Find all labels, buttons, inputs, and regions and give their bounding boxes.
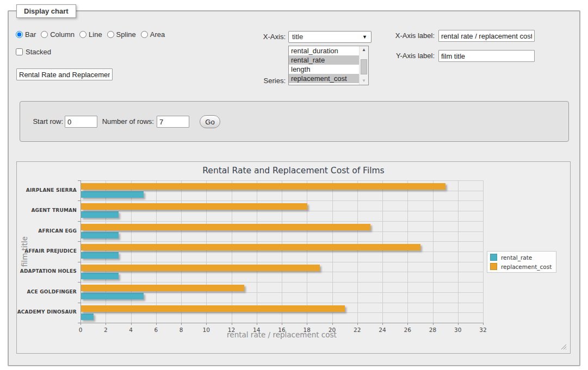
gridline-v <box>282 180 282 323</box>
gridline-v <box>483 180 484 323</box>
scrollbar-up-icon[interactable]: ▲ <box>360 46 368 54</box>
chart-type-radio-area[interactable] <box>141 31 148 38</box>
stacked-checkbox[interactable] <box>16 48 23 55</box>
scrollbar-down-icon[interactable]: ▼ <box>360 77 368 85</box>
chart-type-option-line[interactable]: Line <box>79 30 102 39</box>
x-axis-line <box>81 323 483 323</box>
bar-replacement_cost <box>81 224 370 230</box>
bar-rental_rate <box>81 211 119 218</box>
gridline-v <box>332 180 333 323</box>
gridline-v <box>106 180 106 323</box>
y-axis-label-input[interactable] <box>438 50 535 62</box>
bar-replacement_cost <box>81 305 345 312</box>
series-listbox[interactable]: ▲ ▼ rental_durationrental_ratelengthrepl… <box>288 46 369 85</box>
fieldset-legend: Display chart <box>16 4 76 18</box>
gridline-v <box>131 180 132 323</box>
series-option-rental_duration[interactable]: rental_duration <box>289 46 359 55</box>
y-axis-tick <box>78 221 81 222</box>
chart-type-option-label: Area <box>150 30 165 39</box>
gridline-v <box>382 180 383 323</box>
chart-type-option-bar[interactable]: Bar <box>16 30 36 39</box>
series-option-length[interactable]: length <box>289 65 359 74</box>
gridline-v <box>232 180 232 323</box>
y-axis-tick <box>78 262 81 262</box>
gridline-v <box>307 180 307 323</box>
gridline-v <box>407 180 408 323</box>
bar-rental_rate <box>81 232 119 239</box>
series-option-rental_rate[interactable]: rental_rate <box>289 55 359 65</box>
gridline-v <box>357 180 358 323</box>
bar-replacement_cost <box>81 285 244 291</box>
gridline-v <box>206 180 207 323</box>
chart-type-option-area[interactable]: Area <box>141 30 165 39</box>
start-row-label: Start row: <box>30 116 63 128</box>
x-axis-label-input[interactable] <box>438 30 535 42</box>
chart-title: Rental Rate and Replacement Cost of Film… <box>17 166 570 175</box>
chart-type-option-label: Column <box>50 30 75 39</box>
y-axis-tick <box>78 180 81 181</box>
scrollbar-thumb[interactable] <box>361 59 367 74</box>
y-axis-tick <box>78 323 81 323</box>
gridline-v <box>156 180 157 323</box>
y-axis-title: film title <box>20 180 29 323</box>
y-axis-tick <box>78 200 81 201</box>
x-axis-tick <box>483 323 484 325</box>
chart-type-option-label: Bar <box>25 30 36 39</box>
chart-container: Rental Rate and Replacement Cost of Film… <box>16 161 571 354</box>
select-arrow-icon: ▼ <box>362 32 367 43</box>
legend-swatch <box>490 263 497 270</box>
bar-rental_rate <box>81 293 144 299</box>
series-option-replacement_cost[interactable]: replacement_cost <box>289 74 359 83</box>
go-button[interactable]: Go <box>200 115 220 128</box>
chart-type-radio-bar[interactable] <box>16 31 23 38</box>
x-axis-select-label: X-Axis: <box>247 31 286 43</box>
chart-legend: rental_ratereplacement_cost <box>487 251 556 273</box>
y-axis-line <box>81 180 81 323</box>
chart-type-radio-spline[interactable] <box>107 31 114 38</box>
bar-replacement_cost <box>81 244 420 250</box>
stacked-option[interactable]: Stacked <box>16 48 51 56</box>
chart-type-radios: BarColumnLineSplineArea <box>16 30 170 39</box>
bar-replacement_cost <box>81 203 307 210</box>
gridline-v <box>257 180 257 323</box>
chart-title-input[interactable] <box>16 68 113 80</box>
bar-rental_rate <box>81 313 94 320</box>
legend-swatch <box>490 254 497 261</box>
chart-type-option-column[interactable]: Column <box>41 30 75 39</box>
x-axis-select-value: title <box>292 33 303 41</box>
bar-rental_rate <box>81 273 119 279</box>
series-scrollbar[interactable]: ▲ ▼ <box>359 46 368 85</box>
gridline-v <box>458 180 459 323</box>
gridline-v <box>181 180 182 323</box>
x-axis-select[interactable]: title ▼ <box>288 31 372 43</box>
y-axis-tick <box>78 303 81 303</box>
legend-item-replacement_cost: replacement_cost <box>490 263 552 270</box>
chart-type-radio-column[interactable] <box>41 31 48 38</box>
legend-label: rental_rate <box>501 254 532 261</box>
start-row-input[interactable] <box>65 116 97 128</box>
chart-type-option-label: Line <box>89 30 102 39</box>
chart-type-radio-line[interactable] <box>79 31 86 38</box>
gridline-v <box>433 180 434 323</box>
num-rows-label: Number of rows: <box>101 116 154 128</box>
stacked-label: Stacked <box>26 48 51 56</box>
num-rows-input[interactable] <box>157 116 189 128</box>
y-axis-tick <box>78 282 81 283</box>
chart-type-option-spline[interactable]: Spline <box>107 30 136 39</box>
bar-rental_rate <box>81 191 144 198</box>
bar-replacement_cost <box>81 265 320 271</box>
resize-handle-icon[interactable] <box>560 343 566 349</box>
bar-replacement_cost <box>81 183 445 190</box>
legend-label: replacement_cost <box>501 264 552 270</box>
row-controls-panel: Start row: Number of rows: Go <box>20 101 569 142</box>
x-axis-title: rental rate / replacement cost <box>81 330 483 339</box>
y-axis-tick <box>78 241 81 242</box>
x-axis-label-label: X-Axis label: <box>381 30 435 42</box>
bar-rental_rate <box>81 252 119 259</box>
series-select-label: Series: <box>247 75 286 87</box>
y-axis-label-label: Y-Axis label: <box>381 50 435 62</box>
chart-type-option-label: Spline <box>116 30 136 39</box>
legend-item-rental_rate: rental_rate <box>490 254 552 261</box>
